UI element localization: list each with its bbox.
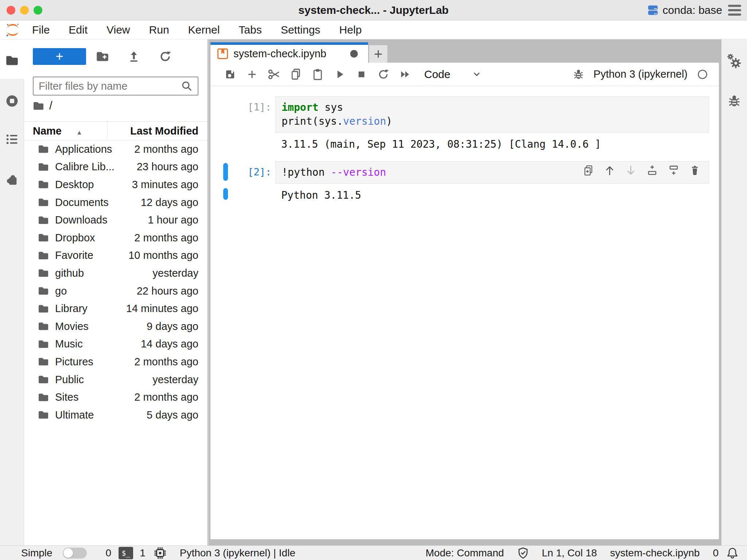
insert-cell-above-icon[interactable] [647, 165, 658, 176]
file-modified: 2 months ago [134, 143, 198, 155]
extension-manager-icon[interactable] [0, 173, 24, 186]
file-row[interactable]: Pictures 2 months ago [24, 353, 207, 371]
file-row[interactable]: Favorite 10 months ago [24, 247, 207, 265]
upload-icon[interactable] [124, 50, 144, 63]
column-header-name[interactable]: Name [33, 125, 107, 137]
cell-type-value: Code [424, 68, 450, 81]
file-name: Calibre Lib... [55, 161, 137, 173]
file-modified: 23 hours ago [137, 161, 198, 173]
breadcrumb-root[interactable]: / [49, 99, 53, 112]
kernel-chip-icon[interactable] [154, 547, 167, 560]
kernels-count: 1 [140, 547, 146, 559]
kernel-status-circle-icon[interactable] [697, 69, 708, 80]
file-row[interactable]: Sites 2 months ago [24, 388, 207, 406]
file-row[interactable]: go 22 hours ago [24, 282, 207, 300]
unsaved-changes-dot[interactable] [350, 50, 358, 58]
trust-shield-icon[interactable] [517, 547, 529, 559]
cursor-position[interactable]: Ln 1, Col 18 [542, 547, 597, 559]
cell-2-editor[interactable]: !python --version [275, 161, 709, 184]
notifications-bell-icon[interactable] [727, 547, 738, 559]
debugger-bug-icon[interactable] [573, 69, 584, 80]
file-modified: yesterday [152, 374, 198, 386]
menu-tabs[interactable]: Tabs [229, 24, 271, 36]
code-cell-2[interactable]: [2]: !python --version [210, 161, 719, 184]
right-activity-bar [721, 39, 747, 545]
menu-file[interactable]: File [23, 24, 59, 36]
run-cell-icon[interactable] [329, 69, 351, 80]
sort-ascending-icon [76, 125, 82, 137]
terminal-icon[interactable]: $_ [119, 547, 133, 559]
file-name: Applications [55, 143, 134, 155]
menu-kernel[interactable]: Kernel [179, 24, 229, 36]
cell-2-output-collapser[interactable] [223, 188, 228, 200]
restart-and-run-all-icon[interactable] [394, 69, 416, 80]
kernel-status-label[interactable]: Python 3 (ipykernel) | Idle [180, 547, 295, 559]
file-row[interactable]: Desktop 3 minutes ago [24, 176, 207, 194]
folder-icon [38, 144, 49, 154]
cell-2-input-collapser[interactable] [223, 163, 228, 181]
copy-cells-icon[interactable] [285, 68, 307, 81]
notebook-widget: Code Python 3 (ipykernel) [210, 63, 719, 539]
cell-type-select[interactable]: Code [424, 68, 481, 81]
file-modified: 12 days ago [141, 197, 198, 209]
table-of-contents-icon[interactable] [0, 133, 24, 145]
file-row[interactable]: Ultimate 5 days ago [24, 406, 207, 424]
file-row[interactable]: Movies 9 days ago [24, 318, 207, 335]
cell-toolbar [583, 165, 700, 176]
delete-cell-icon[interactable] [690, 165, 700, 176]
insert-cell-icon[interactable] [241, 69, 263, 80]
active-file-name[interactable]: system-check.ipynb [610, 547, 700, 559]
file-list-header: Name Last Modified [24, 121, 207, 140]
file-row[interactable]: github yesterday [24, 264, 207, 282]
home-folder-icon[interactable] [33, 101, 44, 111]
cell-1-editor[interactable]: import sys print(sys.version) [275, 96, 709, 133]
column-header-last-modified[interactable]: Last Modified [107, 122, 198, 140]
property-inspector-gears-icon[interactable] [721, 54, 747, 69]
move-cell-up-icon[interactable] [604, 165, 615, 176]
menu-edit[interactable]: Edit [59, 24, 97, 36]
new-folder-icon[interactable] [92, 51, 113, 62]
menu-hamburger-icon[interactable] [728, 5, 741, 16]
file-row[interactable]: Library 14 minutes ago [24, 300, 207, 318]
file-row[interactable]: Calibre Lib... 23 hours ago [24, 158, 207, 176]
file-browser-icon[interactable] [0, 55, 24, 66]
dock-tab-bar: system-check.ipynb + [210, 39, 719, 63]
cut-cells-icon[interactable] [263, 68, 285, 81]
mode-indicator[interactable]: Mode: Command [426, 547, 504, 559]
file-row[interactable]: Downloads 1 hour ago [24, 211, 207, 229]
paste-cells-icon[interactable] [307, 68, 329, 81]
debugger-panel-bug-icon[interactable] [721, 94, 747, 108]
cell-2-output: Python 3.11.5 [210, 188, 719, 203]
file-name: Favorite [55, 249, 128, 261]
move-cell-down-icon[interactable] [626, 165, 636, 176]
file-modified: 14 days ago [141, 338, 198, 350]
main-dock-panel: system-check.ipynb + [209, 39, 721, 545]
insert-cell-below-icon[interactable] [668, 165, 679, 176]
file-row[interactable]: Public yesterday [24, 371, 207, 389]
interrupt-kernel-icon[interactable] [351, 69, 372, 79]
save-icon[interactable] [219, 69, 241, 80]
code-cell-1[interactable]: [1]: import sys print(sys.version) [210, 96, 719, 133]
notebook-tab[interactable]: system-check.ipynb [210, 42, 368, 63]
restart-kernel-icon[interactable] [372, 68, 394, 81]
file-row[interactable]: Applications 2 months ago [24, 140, 207, 158]
menu-help[interactable]: Help [330, 24, 371, 36]
conda-env-badge[interactable]: conda: base [647, 4, 722, 16]
file-row[interactable]: Music 14 days ago [24, 335, 207, 353]
file-name: Ultimate [55, 409, 147, 421]
cell-1-input-prompt: [1]: [210, 96, 275, 133]
new-tab-button[interactable]: + [369, 45, 387, 63]
filter-files-input[interactable] [39, 80, 181, 92]
file-row[interactable]: Documents 12 days ago [24, 194, 207, 211]
file-row[interactable]: Dropbox 2 months ago [24, 229, 207, 247]
file-name: Library [55, 303, 126, 315]
refresh-icon[interactable] [155, 50, 175, 63]
simple-mode-toggle[interactable] [63, 548, 87, 559]
duplicate-cell-icon[interactable] [583, 165, 594, 176]
new-launcher-button[interactable]: + [33, 48, 86, 65]
menu-view[interactable]: View [97, 24, 139, 36]
kernel-name-label[interactable]: Python 3 (ipykernel) [593, 68, 688, 80]
running-kernels-icon[interactable] [0, 94, 24, 108]
menu-settings[interactable]: Settings [271, 24, 330, 36]
menu-run[interactable]: Run [140, 24, 179, 36]
